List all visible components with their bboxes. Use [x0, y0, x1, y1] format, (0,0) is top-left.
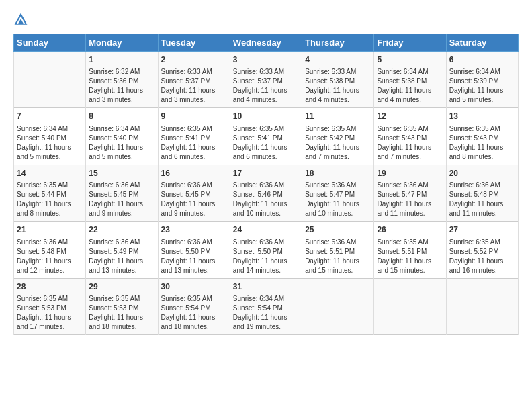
- day-number: 28: [17, 281, 83, 293]
- week-row-4: 28Sunrise: 6:35 AM Sunset: 5:53 PM Dayli…: [14, 278, 519, 334]
- logo: [13, 12, 31, 27]
- day-content: Sunrise: 6:35 AM Sunset: 5:52 PM Dayligh…: [449, 238, 515, 275]
- calendar-cell: 28Sunrise: 6:35 AM Sunset: 5:53 PM Dayli…: [14, 278, 86, 334]
- day-content: Sunrise: 6:35 AM Sunset: 5:43 PM Dayligh…: [449, 124, 515, 162]
- calendar-cell: 3Sunrise: 6:33 AM Sunset: 5:37 PM Daylig…: [230, 52, 302, 108]
- calendar-cell: 16Sunrise: 6:36 AM Sunset: 5:45 PM Dayli…: [158, 165, 230, 221]
- week-row-0: 1Sunrise: 6:32 AM Sunset: 5:36 PM Daylig…: [14, 52, 519, 108]
- calendar-cell: 26Sunrise: 6:35 AM Sunset: 5:51 PM Dayli…: [374, 222, 446, 278]
- day-number: 6: [449, 54, 515, 66]
- day-content: Sunrise: 6:35 AM Sunset: 5:43 PM Dayligh…: [377, 124, 443, 162]
- day-content: Sunrise: 6:36 AM Sunset: 5:47 PM Dayligh…: [305, 181, 371, 218]
- day-number: 29: [89, 281, 154, 293]
- calendar-cell: 10Sunrise: 6:35 AM Sunset: 5:41 PM Dayli…: [230, 108, 302, 165]
- calendar-cell: 2Sunrise: 6:33 AM Sunset: 5:37 PM Daylig…: [158, 52, 230, 108]
- day-content: Sunrise: 6:33 AM Sunset: 5:37 PM Dayligh…: [161, 67, 227, 105]
- column-header-monday: Monday: [86, 34, 158, 52]
- day-number: 26: [377, 224, 443, 236]
- day-content: Sunrise: 6:35 AM Sunset: 5:41 PM Dayligh…: [233, 124, 299, 162]
- calendar-cell: 15Sunrise: 6:36 AM Sunset: 5:45 PM Dayli…: [86, 165, 158, 221]
- day-number: 27: [449, 224, 515, 236]
- day-number: 4: [305, 54, 371, 66]
- calendar-header-row: SundayMondayTuesdayWednesdayThursdayFrid…: [14, 34, 519, 52]
- calendar-cell: 21Sunrise: 6:36 AM Sunset: 5:48 PM Dayli…: [14, 222, 86, 278]
- calendar-table: SundayMondayTuesdayWednesdayThursdayFrid…: [13, 34, 519, 335]
- calendar-cell: 17Sunrise: 6:36 AM Sunset: 5:46 PM Dayli…: [230, 165, 302, 221]
- day-number: 15: [89, 168, 154, 179]
- day-number: 5: [377, 54, 443, 66]
- day-content: Sunrise: 6:33 AM Sunset: 5:37 PM Dayligh…: [233, 67, 299, 105]
- calendar-cell: 14Sunrise: 6:35 AM Sunset: 5:44 PM Dayli…: [14, 165, 86, 221]
- day-content: Sunrise: 6:36 AM Sunset: 5:45 PM Dayligh…: [89, 181, 154, 218]
- day-content: Sunrise: 6:36 AM Sunset: 5:47 PM Dayligh…: [377, 181, 443, 218]
- calendar-cell: 6Sunrise: 6:34 AM Sunset: 5:39 PM Daylig…: [446, 52, 518, 108]
- calendar-cell: 7Sunrise: 6:34 AM Sunset: 5:40 PM Daylig…: [14, 108, 86, 165]
- day-number: 22: [89, 224, 154, 236]
- calendar-cell: [302, 278, 374, 334]
- calendar-cell: [446, 278, 518, 334]
- logo-icon: [13, 12, 28, 27]
- day-content: Sunrise: 6:36 AM Sunset: 5:46 PM Dayligh…: [233, 181, 299, 218]
- column-header-friday: Friday: [374, 34, 446, 52]
- day-content: Sunrise: 6:32 AM Sunset: 5:36 PM Dayligh…: [89, 67, 154, 105]
- calendar-cell: 5Sunrise: 6:34 AM Sunset: 5:38 PM Daylig…: [374, 52, 446, 108]
- calendar-cell: 24Sunrise: 6:36 AM Sunset: 5:50 PM Dayli…: [230, 222, 302, 278]
- day-number: 16: [161, 168, 227, 179]
- calendar-cell: 8Sunrise: 6:34 AM Sunset: 5:40 PM Daylig…: [86, 108, 158, 165]
- day-number: 17: [233, 168, 299, 179]
- day-number: 12: [377, 111, 443, 122]
- calendar-cell: 25Sunrise: 6:36 AM Sunset: 5:51 PM Dayli…: [302, 222, 374, 278]
- calendar-cell: 12Sunrise: 6:35 AM Sunset: 5:43 PM Dayli…: [374, 108, 446, 165]
- day-content: Sunrise: 6:35 AM Sunset: 5:53 PM Dayligh…: [89, 294, 154, 332]
- day-content: Sunrise: 6:34 AM Sunset: 5:40 PM Dayligh…: [89, 124, 154, 162]
- calendar-cell: 13Sunrise: 6:35 AM Sunset: 5:43 PM Dayli…: [446, 108, 518, 165]
- calendar-cell: 29Sunrise: 6:35 AM Sunset: 5:53 PM Dayli…: [86, 278, 158, 334]
- day-number: 3: [233, 54, 299, 66]
- column-header-saturday: Saturday: [446, 34, 518, 52]
- week-row-3: 21Sunrise: 6:36 AM Sunset: 5:48 PM Dayli…: [14, 222, 519, 278]
- day-content: Sunrise: 6:35 AM Sunset: 5:44 PM Dayligh…: [17, 181, 83, 218]
- day-content: Sunrise: 6:36 AM Sunset: 5:50 PM Dayligh…: [161, 238, 227, 275]
- calendar-cell: 27Sunrise: 6:35 AM Sunset: 5:52 PM Dayli…: [446, 222, 518, 278]
- day-content: Sunrise: 6:34 AM Sunset: 5:54 PM Dayligh…: [233, 294, 299, 332]
- day-content: Sunrise: 6:35 AM Sunset: 5:41 PM Dayligh…: [161, 124, 227, 162]
- day-number: 23: [161, 224, 227, 236]
- day-content: Sunrise: 6:36 AM Sunset: 5:48 PM Dayligh…: [17, 238, 83, 275]
- calendar-cell: 4Sunrise: 6:33 AM Sunset: 5:38 PM Daylig…: [302, 52, 374, 108]
- calendar-cell: 30Sunrise: 6:35 AM Sunset: 5:54 PM Dayli…: [158, 278, 230, 334]
- calendar-cell: 9Sunrise: 6:35 AM Sunset: 5:41 PM Daylig…: [158, 108, 230, 165]
- header: [13, 12, 519, 27]
- calendar-cell: 20Sunrise: 6:36 AM Sunset: 5:48 PM Dayli…: [446, 165, 518, 221]
- day-content: Sunrise: 6:34 AM Sunset: 5:40 PM Dayligh…: [17, 124, 83, 162]
- calendar-cell: 19Sunrise: 6:36 AM Sunset: 5:47 PM Dayli…: [374, 165, 446, 221]
- day-number: 13: [449, 111, 515, 122]
- day-number: 24: [233, 224, 299, 236]
- day-content: Sunrise: 6:36 AM Sunset: 5:51 PM Dayligh…: [305, 238, 371, 275]
- calendar-cell: 23Sunrise: 6:36 AM Sunset: 5:50 PM Dayli…: [158, 222, 230, 278]
- week-row-2: 14Sunrise: 6:35 AM Sunset: 5:44 PM Dayli…: [14, 165, 519, 221]
- day-number: 19: [377, 168, 443, 179]
- day-number: 30: [161, 281, 227, 293]
- calendar-cell: 31Sunrise: 6:34 AM Sunset: 5:54 PM Dayli…: [230, 278, 302, 334]
- column-header-thursday: Thursday: [302, 34, 374, 52]
- day-content: Sunrise: 6:34 AM Sunset: 5:38 PM Dayligh…: [377, 67, 443, 105]
- day-number: 9: [161, 111, 227, 122]
- day-content: Sunrise: 6:35 AM Sunset: 5:54 PM Dayligh…: [161, 294, 227, 332]
- week-row-1: 7Sunrise: 6:34 AM Sunset: 5:40 PM Daylig…: [14, 108, 519, 165]
- day-number: 11: [305, 111, 371, 122]
- day-content: Sunrise: 6:33 AM Sunset: 5:38 PM Dayligh…: [305, 67, 371, 105]
- calendar-cell: [14, 52, 86, 108]
- day-number: 8: [89, 111, 154, 122]
- day-number: 20: [449, 168, 515, 179]
- day-number: 18: [305, 168, 371, 179]
- day-number: 10: [233, 111, 299, 122]
- calendar-cell: 11Sunrise: 6:35 AM Sunset: 5:42 PM Dayli…: [302, 108, 374, 165]
- day-content: Sunrise: 6:35 AM Sunset: 5:51 PM Dayligh…: [377, 238, 443, 275]
- day-content: Sunrise: 6:35 AM Sunset: 5:53 PM Dayligh…: [17, 294, 83, 332]
- day-content: Sunrise: 6:36 AM Sunset: 5:50 PM Dayligh…: [233, 238, 299, 275]
- day-number: 7: [17, 111, 83, 122]
- day-number: 14: [17, 168, 83, 179]
- day-content: Sunrise: 6:36 AM Sunset: 5:45 PM Dayligh…: [161, 181, 227, 218]
- day-content: Sunrise: 6:36 AM Sunset: 5:49 PM Dayligh…: [89, 238, 154, 275]
- calendar-cell: 22Sunrise: 6:36 AM Sunset: 5:49 PM Dayli…: [86, 222, 158, 278]
